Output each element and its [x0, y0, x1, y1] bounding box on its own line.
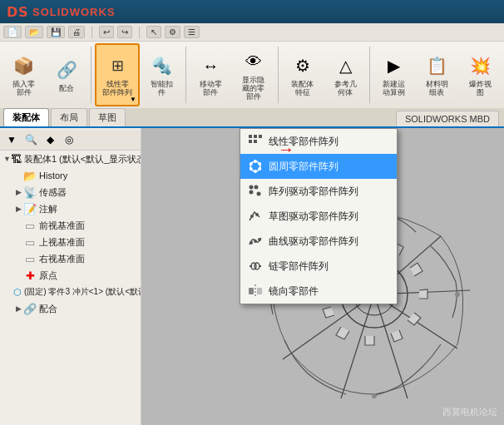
svg-rect-21: [254, 140, 257, 143]
print-btn[interactable]: 🖨: [68, 26, 85, 38]
smart-fastener-btn[interactable]: 🔩 智能扣件: [141, 43, 183, 106]
menu-sketch-driven[interactable]: 草图驱动零部件阵列: [240, 204, 397, 229]
mirror-menu-label: 镜向零部件: [269, 284, 319, 299]
tree-history[interactable]: 📂 History: [0, 167, 141, 184]
svg-point-30: [254, 185, 259, 190]
assembly-features-label: 装配体特征: [291, 81, 314, 97]
sketch-driven-menu-label: 草图驱动零部件阵列: [269, 210, 358, 224]
filter-btn[interactable]: ▼: [3, 131, 20, 148]
history-icon: 📂: [23, 169, 37, 182]
display-btn[interactable]: ◎: [61, 131, 77, 148]
content-area: 线性零部件阵列 圆周零部件阵列: [141, 128, 504, 425]
select-btn[interactable]: ↖: [146, 26, 161, 38]
menu-mirror[interactable]: 镜向零部件: [240, 279, 397, 304]
part1-icon: ⬡: [13, 285, 22, 299]
quick-access-toolbar: 📄 📂 💾 🖨 ↩ ↪ ↖ ⚙ ☰: [0, 23, 504, 42]
svg-point-35: [250, 241, 253, 245]
svg-rect-20: [249, 140, 252, 143]
svg-point-23: [254, 160, 257, 163]
pattern-driven-menu-icon: [247, 183, 264, 200]
svg-point-32: [257, 192, 261, 196]
chain-menu-icon: [247, 258, 264, 274]
tree-assembly1[interactable]: ▼ 🏗 装配体1 (默认<默认_显示状态: [0, 151, 141, 167]
options-btn[interactable]: ⚙: [165, 26, 180, 38]
menu-linear-pattern[interactable]: 线性零部件阵列: [240, 129, 397, 154]
app-title: SOLIDWORKS: [32, 6, 116, 18]
move-label: 移动零部件: [200, 81, 222, 97]
circular-pattern-menu-icon: [247, 158, 264, 175]
config-btn[interactable]: ◆: [42, 131, 58, 148]
linear-pattern-btn[interactable]: ⊞ 线性零部件阵列 ▼: [95, 43, 140, 106]
menu-circular-pattern[interactable]: 圆周零部件阵列: [240, 154, 397, 179]
tab-mbd[interactable]: SOLIDWORKS MBD: [396, 111, 499, 126]
right-plane-label: 右视基准面: [39, 253, 85, 265]
svg-rect-17: [249, 135, 252, 138]
menu-chain[interactable]: 链零部件阵列: [240, 254, 397, 279]
expand-icon: ▼: [3, 155, 11, 163]
tree-front-plane[interactable]: ▭ 前视基准面: [0, 217, 141, 234]
mate-label: 配合: [59, 85, 74, 93]
linear-pattern-menu-icon: [247, 133, 264, 150]
tree-notes[interactable]: ▶ 📝 注解: [0, 200, 141, 217]
redo-btn[interactable]: ↪: [117, 26, 132, 38]
svg-point-36: [254, 240, 257, 243]
sensor-label: 传感器: [39, 186, 67, 199]
svg-rect-18: [254, 135, 257, 138]
mate-btn[interactable]: 🔗 配合: [47, 43, 88, 106]
tree-origin[interactable]: ✚ 原点: [0, 267, 141, 284]
linear-pattern-label: 线性零部件阵列: [102, 81, 132, 97]
sketch-driven-menu-icon: [247, 208, 264, 225]
notes-label: 注解: [39, 203, 57, 215]
reference-geometry-btn[interactable]: △ 参考几何体: [324, 43, 366, 106]
assembly-icon: 🏗: [11, 152, 22, 166]
move-icon: ↔: [197, 52, 224, 79]
sep3: [278, 47, 279, 103]
curve-driven-menu-label: 曲线驱动零部件阵列: [269, 235, 358, 249]
mate-icon: 🔗: [53, 57, 80, 83]
origin-icon: ✚: [23, 269, 37, 282]
sep1: [91, 47, 91, 103]
top-plane-label: 上视基准面: [39, 236, 85, 249]
tree-mate[interactable]: ▶ 🔗 配合: [0, 300, 141, 317]
materials-btn[interactable]: 📋 材料明细表: [417, 43, 458, 106]
sidebar-toolbar: ▼ 🔍 ◆ ◎: [0, 130, 141, 151]
assembly-features-btn[interactable]: ⚙ 装配体特征: [282, 43, 324, 106]
save-btn[interactable]: 💾: [47, 26, 65, 38]
notes-icon: 📝: [23, 202, 37, 215]
tree-part1[interactable]: ⬡ (固定) 零件3 冲片<1> (默认<默认: [0, 284, 141, 300]
menu-curve-driven[interactable]: 曲线驱动零部件阵列: [240, 229, 397, 254]
exploded-view-icon: 💥: [467, 52, 493, 79]
tree-right-plane[interactable]: ▭ 右视基准面: [0, 250, 141, 267]
sep4: [369, 47, 370, 103]
top-plane-icon: ▭: [23, 235, 37, 249]
chain-menu-label: 链零部件阵列: [269, 259, 329, 274]
sw-icon: 𝗗𝗦: [7, 4, 29, 20]
svg-point-26: [254, 170, 257, 173]
exploded-view-btn[interactable]: 💥 爆炸视图: [459, 43, 501, 106]
tab-sketch[interactable]: 草图: [89, 108, 126, 126]
svg-point-34: [255, 213, 259, 216]
move-component-btn[interactable]: ↔ 移动零部件: [190, 43, 231, 106]
menu-pattern-driven[interactable]: 阵列驱动零部件阵列: [240, 179, 397, 204]
svg-point-37: [258, 238, 261, 241]
extra-btn[interactable]: ☰: [184, 26, 200, 38]
open-btn[interactable]: 📂: [25, 26, 43, 38]
assembly-features-icon: ⚙: [289, 52, 316, 79]
new-motion-btn[interactable]: ▶ 新建运动算例: [373, 43, 415, 106]
show-hidden-btn[interactable]: 👁 显示隐藏的零部件: [233, 43, 274, 106]
svg-rect-41: [249, 288, 254, 294]
sep2: [185, 47, 186, 103]
smart-fastener-label: 智能扣件: [151, 81, 173, 97]
tree-top-plane[interactable]: ▭ 上视基准面: [0, 234, 141, 250]
new-btn[interactable]: 📄: [3, 26, 22, 38]
insert-component-btn[interactable]: 📦 插入零部件: [3, 43, 45, 106]
undo-btn[interactable]: ↩: [99, 26, 114, 38]
tree-sensor[interactable]: ▶ 📡 传感器: [0, 184, 141, 200]
svg-point-28: [250, 162, 253, 166]
search-btn[interactable]: 🔍: [22, 131, 39, 148]
svg-point-27: [250, 167, 253, 170]
materials-icon: 📋: [423, 52, 450, 79]
tab-assem[interactable]: 装配体: [3, 108, 49, 126]
mate-tree-icon: 🔗: [23, 302, 37, 315]
tab-layout[interactable]: 布局: [51, 108, 87, 126]
